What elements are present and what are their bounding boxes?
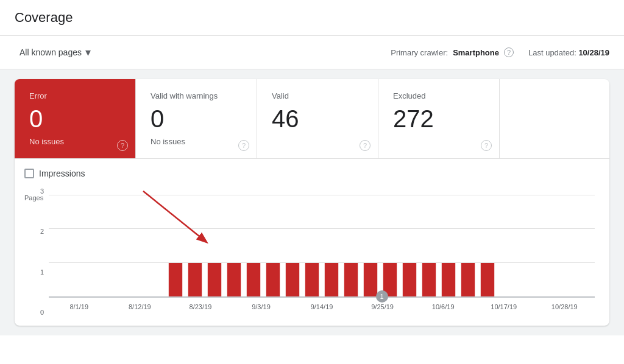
tile-excluded-help-icon[interactable]: ? [481,140,492,151]
x-label-8: 10/28/19 [534,303,595,310]
tile-valid[interactable]: Valid 46 ? [257,79,378,158]
y-label-1: 1 [24,269,49,276]
grid-lines [49,194,595,296]
tile-valid-warnings-help-icon[interactable]: ? [238,140,249,151]
page-wrapper: Coverage All known pages ▾ Primary crawl… [0,0,624,364]
x-label-3: 9/3/19 [231,303,292,310]
grid-line-2 [49,228,595,229]
tile-empty [500,79,609,158]
chevron-down-icon: ▾ [85,46,91,59]
impressions-checkbox[interactable] [24,169,34,178]
x-axis: 8/1/19 8/12/19 8/23/19 9/3/19 9/14/19 9/… [49,298,595,316]
pages-dropdown-label: All known pages [20,47,82,57]
x-label-1: 8/12/19 [110,303,171,310]
tile-error-status: No issues [29,137,121,146]
grid-line-1 [49,262,595,263]
tile-valid-warnings-count: 0 [151,105,242,132]
tile-valid-help-icon[interactable]: ? [360,140,370,151]
last-updated-value: 10/28/19 [578,48,609,57]
x-label-5: 9/25/19 [352,303,413,310]
crawler-help-icon[interactable]: ? [504,47,514,57]
x-label-2: 8/23/19 [170,303,231,310]
tile-valid-label: Valid [272,91,363,100]
x-label-0: 8/1/19 [49,303,110,310]
tile-valid-warnings-status: No issues [151,137,242,146]
toolbar: All known pages ▾ Primary crawler: Smart… [0,36,624,69]
y-axis-label: Pages [24,194,43,201]
chart-area: Impressions Pages 0 1 2 3 [15,159,609,326]
crawler-label: Primary crawler: [391,48,448,57]
tile-error-label: Error [29,91,121,100]
x-label-7: 10/17/19 [473,303,534,310]
last-updated: Last updated: 10/28/19 [528,48,609,57]
tile-error[interactable]: Error 0 No issues ? [15,79,136,158]
tile-excluded-label: Excluded [393,91,484,100]
grid-line-3 [49,195,595,195]
tile-excluded[interactable]: Excluded 272 ? [378,79,500,158]
x-label-6: 10/6/19 [413,303,473,310]
tile-error-count: 0 [29,105,121,132]
chart-controls: Impressions [24,169,595,178]
y-label-2: 2 [24,228,49,235]
bars-area: 1 [49,194,595,298]
tile-error-help-icon[interactable]: ? [117,140,128,151]
last-updated-label: Last updated: [528,48,576,57]
main-content: Error 0 No issues ? Valid with warnings … [0,69,624,335]
tile-valid-count: 46 [272,105,363,132]
tile-valid-warnings-label: Valid with warnings [151,91,242,100]
chart-container: Pages 0 1 2 3 [24,188,595,316]
header: Coverage [0,0,624,36]
toolbar-right: Primary crawler: Smartphone ? Last updat… [391,47,609,57]
x-label-4: 9/14/19 [291,303,352,310]
y-label-0: 0 [24,309,49,316]
impressions-label: Impressions [39,169,85,178]
page-title: Coverage [15,10,609,26]
crawler-value: Smartphone [453,48,499,57]
tile-excluded-count: 272 [393,105,484,132]
y-labels: 0 1 2 3 [24,188,49,316]
pages-dropdown[interactable]: All known pages ▾ [15,43,96,61]
status-tiles: Error 0 No issues ? Valid with warnings … [15,79,609,159]
tile-valid-warnings[interactable]: Valid with warnings 0 No issues ? [136,79,257,158]
coverage-card: Error 0 No issues ? Valid with warnings … [15,79,609,326]
